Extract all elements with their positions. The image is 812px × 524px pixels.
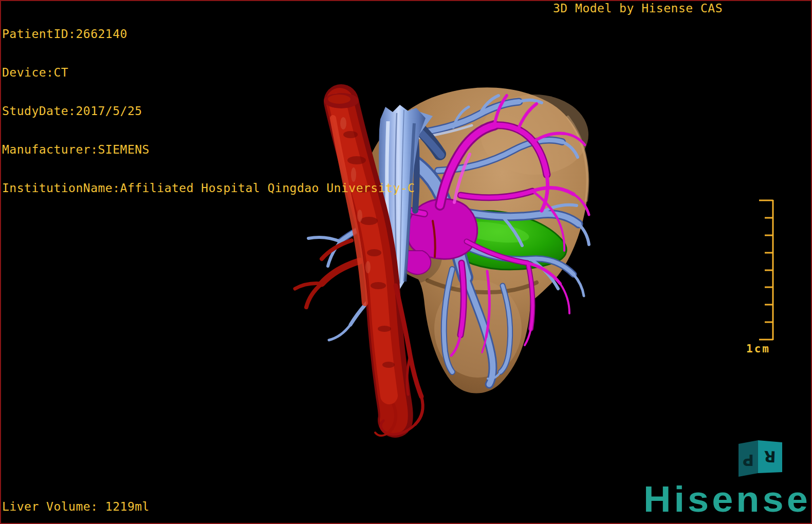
cube-posterior-label: P [743,451,754,469]
manufacturer-text: Manufacturer:SIEMENS [2,143,415,156]
watermark-text: 3D Model by Hisense CAS [553,2,723,15]
orientation-cube: P R [739,440,782,477]
patient-id-text: PatientID:2662140 [2,28,415,41]
cube-right-label: R [764,447,776,466]
hisense-logo: Hisense [643,481,811,520]
institution-text: InstitutionName:Affiliated Hospital Qing… [2,182,415,195]
scale-ruler: 1cm [746,200,773,355]
scale-ruler-label: 1cm [746,343,770,355]
liver-volume-text: Liver Volume: 1219ml [2,500,150,513]
hisense-logo-text: Hisense [643,481,811,518]
device-text: Device:CT [2,66,415,79]
patient-info-overlay: PatientID:2662140 Device:CT StudyDate:20… [2,2,415,220]
study-date-text: StudyDate:2017/5/25 [2,105,415,118]
viewer-window: 1cm P R PatientID:2662140 Device:CT Stud… [0,0,812,524]
